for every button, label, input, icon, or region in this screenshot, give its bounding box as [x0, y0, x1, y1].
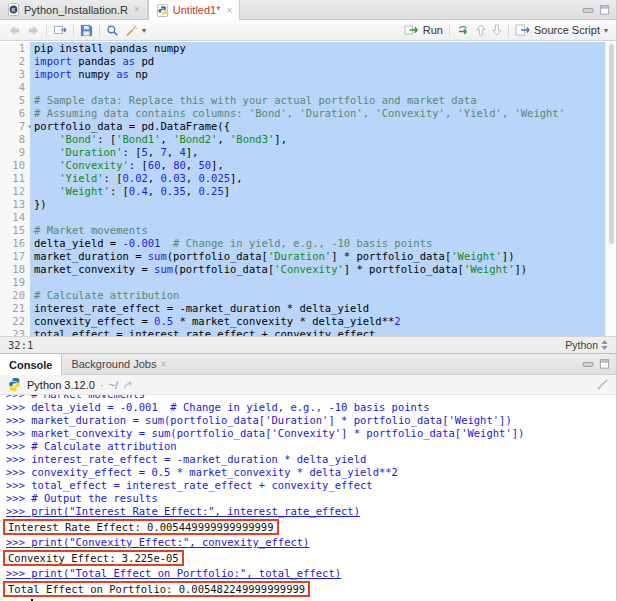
python-file-icon	[156, 4, 169, 17]
editor-lines[interactable]: 1pip install pandas numpy2import pandas …	[0, 42, 606, 336]
editor-scrollbar[interactable]	[605, 41, 616, 336]
line-number: 5	[0, 94, 30, 107]
code-line[interactable]: # Sample data: Replace this with your ac…	[30, 94, 606, 107]
code-line[interactable]: # Market movements	[30, 224, 606, 237]
minimize-pane-icon[interactable]	[582, 5, 594, 15]
toolbar-separator	[99, 24, 100, 37]
fold-caret-icon[interactable]: ▾	[27, 120, 32, 133]
code-line[interactable]: 'Bond': ['Bond1', 'Bond2', 'Bond3'],	[30, 133, 606, 146]
code-line[interactable]: delta_yield = -0.001 # Change in yield, …	[30, 237, 606, 250]
editor-line[interactable]: 4	[0, 81, 606, 94]
show-in-new-window-icon[interactable]	[50, 23, 70, 37]
tab-console[interactable]: Console	[0, 354, 62, 375]
code-line[interactable]: convexity_effect = 0.5 * market_convexit…	[30, 315, 606, 328]
editor-line[interactable]: 10 'Convexity': [60, 80, 50],	[0, 159, 606, 172]
r-file-icon: R	[7, 3, 20, 16]
save-icon[interactable]	[77, 23, 96, 38]
go-to-next-chunk-icon[interactable]	[489, 23, 505, 37]
editor-line[interactable]: 15# Market movements	[0, 224, 606, 237]
editor-line[interactable]: 8 'Bond': ['Bond1', 'Bond2', 'Bond3'],	[0, 133, 606, 146]
run-button[interactable]: Run	[401, 23, 446, 37]
editor-line[interactable]: 20# Calculate attribution	[0, 289, 606, 302]
forward-icon[interactable]	[24, 24, 43, 37]
run-label: Run	[423, 24, 443, 36]
line-number: 6	[0, 107, 30, 120]
code-line[interactable]: 'Convexity': [60, 80, 50],	[30, 159, 606, 172]
line-number: 23	[0, 328, 30, 336]
toolbar-separator	[508, 24, 509, 37]
line-number: 18	[0, 263, 30, 276]
close-icon[interactable]: ×	[227, 5, 233, 16]
editor-line[interactable]: 3import numpy as np	[0, 68, 606, 81]
code-line[interactable]	[30, 81, 606, 94]
line-number: 22	[0, 315, 30, 328]
code-line[interactable]: # Calculate attribution	[30, 289, 606, 302]
code-line[interactable]: 'Duration': [5, 7, 4],	[30, 146, 606, 159]
line-number: 11	[0, 172, 30, 185]
code-line[interactable]: })	[30, 198, 606, 211]
source-tab-bar: R Python_Installation.R × Untitled1* ×	[0, 0, 616, 20]
editor-line[interactable]: 1pip install pandas numpy	[0, 42, 606, 55]
line-number: 12	[0, 185, 30, 198]
close-icon[interactable]: ×	[160, 359, 166, 370]
code-line[interactable]: market_duration = sum(portfolio_data['Du…	[30, 250, 606, 263]
editor-line[interactable]: 22convexity_effect = 0.5 * market_convex…	[0, 315, 606, 328]
go-to-previous-chunk-icon[interactable]	[473, 23, 489, 37]
editor-line[interactable]: 9 'Duration': [5, 7, 4],	[0, 146, 606, 159]
line-number: 4	[0, 81, 30, 94]
editor-status-bar: 32:1 Python	[0, 336, 616, 353]
editor-line[interactable]: 7▾portfolio_data = pd.DataFrame({	[0, 120, 606, 133]
code-line[interactable]: total_effect = interest_rate_effect + co…	[30, 328, 606, 336]
source-script-button[interactable]: Source Script ▾	[512, 23, 611, 37]
console-input-line: >>> interest_rate_effect = -market_durat…	[6, 453, 616, 466]
console-input-line: >>> print("Interest Rate Effect:", inter…	[6, 505, 616, 518]
editor-line[interactable]: 13})	[0, 198, 606, 211]
editor-scrollbar-thumb[interactable]	[609, 44, 614, 244]
editor-line[interactable]: 21interest_rate_effect = -market_duratio…	[0, 302, 606, 315]
tab-background-jobs[interactable]: Background Jobs ×	[62, 354, 175, 374]
tab-python-installation-r[interactable]: R Python_Installation.R ×	[0, 0, 148, 19]
code-line[interactable]	[30, 211, 606, 224]
editor-line[interactable]: 5# Sample data: Replace this with your a…	[0, 94, 606, 107]
code-line[interactable]: market_convexity = sum(portfolio_data['C…	[30, 263, 606, 276]
code-line[interactable]: pip install pandas numpy	[30, 42, 606, 55]
console-input-line: >>> market_duration = sum(portfolio_data…	[6, 414, 616, 427]
minimize-pane-icon[interactable]	[582, 359, 594, 369]
code-line[interactable]: import numpy as np	[30, 68, 606, 81]
line-number: 15	[0, 224, 30, 237]
code-editor[interactable]: 1pip install pandas numpy2import pandas …	[0, 41, 616, 336]
console-output[interactable]: >>> # Market movements>>> delta_yield = …	[0, 395, 616, 601]
language-selector[interactable]: Python	[565, 339, 608, 351]
tab-untitled1[interactable]: Untitled1* ×	[148, 0, 241, 20]
editor-line[interactable]: 11 'Yield': [0.02, 0.03, 0.025],	[0, 172, 606, 185]
rerun-icon[interactable]	[453, 23, 473, 37]
line-number: 3	[0, 68, 30, 81]
editor-line[interactable]: 14	[0, 211, 606, 224]
tab-label: Python_Installation.R	[24, 4, 128, 16]
code-line[interactable]: interest_rate_effect = -market_duration …	[30, 302, 606, 315]
code-tools-button[interactable]: ▾	[122, 23, 149, 38]
editor-line[interactable]: 12 'Weight': [0.4, 0.35, 0.25]	[0, 185, 606, 198]
code-line[interactable]: # Assuming data contains columns: 'Bond'…	[30, 107, 606, 120]
code-line[interactable]: portfolio_data = pd.DataFrame({	[30, 120, 606, 133]
line-number: 8	[0, 133, 30, 146]
code-line[interactable]: import pandas as pd	[30, 55, 606, 68]
go-to-directory-icon[interactable]	[123, 380, 135, 390]
maximize-pane-icon[interactable]	[599, 5, 610, 15]
back-icon[interactable]	[5, 24, 24, 37]
clear-console-icon[interactable]	[596, 378, 609, 391]
editor-line[interactable]: 16delta_yield = -0.001 # Change in yield…	[0, 237, 606, 250]
search-icon[interactable]	[103, 23, 122, 38]
maximize-pane-icon[interactable]	[599, 359, 610, 369]
close-icon[interactable]: ×	[134, 4, 140, 15]
code-line[interactable]: 'Weight': [0.4, 0.35, 0.25]	[30, 185, 606, 198]
editor-line[interactable]: 6# Assuming data contains columns: 'Bond…	[0, 107, 606, 120]
code-line[interactable]: 'Yield': [0.02, 0.03, 0.025],	[30, 172, 606, 185]
editor-line[interactable]: 23total_effect = interest_rate_effect + …	[0, 328, 606, 336]
editor-line[interactable]: 19	[0, 276, 606, 289]
editor-line[interactable]: 17market_duration = sum(portfolio_data['…	[0, 250, 606, 263]
line-number: 10	[0, 159, 30, 172]
editor-line[interactable]: 2import pandas as pd	[0, 55, 606, 68]
editor-line[interactable]: 18market_convexity = sum(portfolio_data[…	[0, 263, 606, 276]
code-line[interactable]	[30, 276, 606, 289]
